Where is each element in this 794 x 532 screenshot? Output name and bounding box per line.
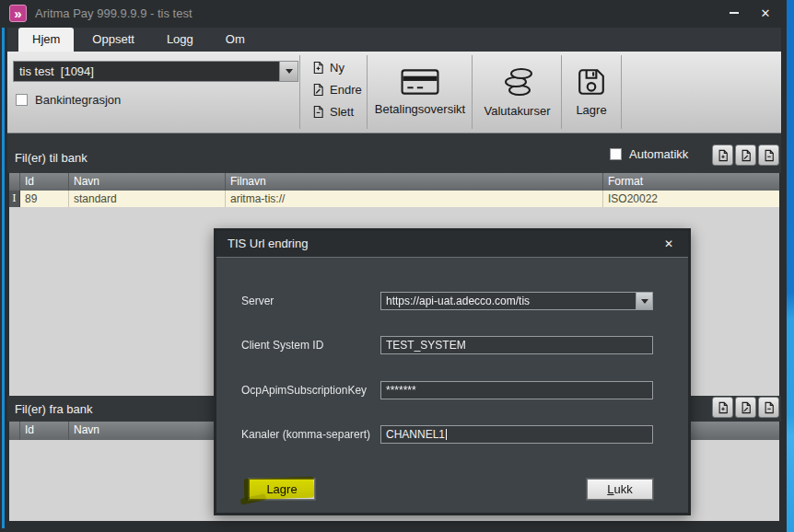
tab-hjem[interactable]: Hjem [18,28,74,52]
document-edit-icon [312,83,324,97]
lagre-toolbar-button[interactable]: Lagre [563,54,620,129]
tab-logg[interactable]: Logg [153,28,207,52]
toolbar-separator [472,55,473,129]
header-gutter [9,173,20,191]
client-system-id-input[interactable]: TEST_SYSTEM [380,336,653,354]
chevron-down-icon [286,69,293,74]
table-header: Id Navn Filnavn Format [9,173,779,191]
ocp-apim-subscription-key-label: OcpApimSubscriptionKey [241,381,367,399]
files-to-bank-add-button[interactable] [712,145,733,166]
files-from-bank-actions [712,397,779,418]
server-value: https://api-uat.adecco.com/tis [386,293,636,309]
files-from-bank-title: Fil(er) fra bank [15,402,93,416]
tab-om[interactable]: Om [212,28,259,52]
document-remove-icon [764,401,775,414]
close-icon: ✕ [664,231,673,257]
slett-button[interactable]: Slett [307,100,364,122]
minimize-icon [730,12,739,14]
automatikk-checkbox[interactable] [610,148,622,160]
background-window-edge-left [2,26,5,528]
automatikk-label: Automatikk [629,147,688,161]
client-system-id-value: TEST_SYSTEM [386,337,652,353]
cell-filnavn: aritma-tis:// [226,191,603,207]
dialog-titlebar[interactable]: TIS Url endring ✕ [216,231,688,257]
toolbar-separator [299,55,300,129]
files-to-bank-delete-button[interactable] [758,145,779,166]
dialog-lagre-label: Lagre [266,482,297,496]
profile-select-value: tis test [1094] [14,64,279,78]
coin-stack-icon [499,66,536,98]
valutakurser-label: Valutakurser [484,104,550,118]
server-combobox[interactable]: https://api-uat.adecco.com/tis [380,292,653,310]
document-remove-icon [764,149,775,162]
header-id[interactable]: Id [20,173,69,191]
endre-button[interactable]: Endre [307,78,364,100]
files-to-bank-edit-button[interactable] [735,145,756,166]
document-remove-icon [312,105,324,119]
close-button[interactable]: ✕ [752,0,779,26]
kanaler-label: Kanaler (komma-separert) [241,425,370,444]
tab-label: Logg [167,32,193,46]
slett-label: Slett [330,105,354,119]
lukk-accelerator: L [607,482,613,496]
header-gutter [9,422,20,440]
files-from-bank-add-button[interactable] [712,397,733,418]
document-edit-icon [741,401,752,414]
header-filnavn[interactable]: Filnavn [226,173,603,191]
cell-id: 89 [20,191,69,207]
dialog-close-button[interactable]: ✕ [659,231,679,257]
dialog-lagre-button[interactable]: Lagre [249,479,315,500]
files-to-bank-section-header: Fil(er) til bank Automatikk [7,133,781,173]
lagre-toolbar-label: Lagre [576,103,606,117]
ocp-apim-subscription-key-value: ******* [386,382,652,399]
tab-label: Oppsett [92,32,134,46]
double-chevron-icon: » [14,6,21,21]
file-action-stack: Ny Endre Slett [307,56,364,122]
document-add-icon [718,401,729,414]
ny-label: Ny [330,61,344,75]
files-from-bank-edit-button[interactable] [735,397,756,418]
cell-navn: standard [69,191,226,207]
cell-format: ISO20022 [603,191,779,207]
toolbar-separator [621,55,622,129]
dialog-title: TIS Url endring [228,237,308,250]
header-navn[interactable]: Navn [69,173,226,191]
tab-label: Hjem [32,32,60,46]
header-id[interactable]: Id [20,422,69,440]
ocp-apim-subscription-key-input[interactable]: ******* [380,381,653,399]
kanaler-input[interactable]: CHANNEL1 [380,425,653,444]
text-caret [446,429,447,440]
toolbar-separator [561,55,562,129]
tis-url-endring-dialog: TIS Url endring ✕ Server https://api-uat… [214,228,691,515]
background-window-edge-right [787,0,794,532]
tab-label: Om [226,32,245,46]
lukk-label-rest: ukk [614,482,633,496]
header-format[interactable]: Format [603,173,779,191]
betalingsoversikt-button[interactable]: Betalingsoversikt [368,54,472,129]
bankintegrasjon-checkbox[interactable] [16,94,28,106]
valutakurser-button[interactable]: Valutakurser [474,54,560,129]
credit-card-icon [401,68,439,96]
titlebar[interactable]: » Aritma Pay 999.9.9.9 - tis test ✕ [0,0,787,28]
minimize-button[interactable] [720,0,748,26]
document-add-icon [718,149,729,162]
bankintegrasjon-label: Bankintegrasjon [35,93,121,107]
table-row[interactable]: I 89 standard aritma-tis:// ISO20022 [9,191,779,207]
row-marker-i-beam-icon: I [9,191,20,207]
ny-button[interactable]: Ny [307,56,364,78]
profile-select-dropdown-button[interactable] [279,62,298,81]
dialog-lukk-button[interactable]: Lukk [587,479,653,500]
toolbar-separator [367,55,368,129]
files-to-bank-title: Fil(er) til bank [15,151,88,165]
app-icon: » [9,5,27,22]
server-dropdown-button[interactable] [636,293,652,309]
betalingsoversikt-label: Betalingsoversikt [375,102,465,116]
endre-label: Endre [330,83,362,97]
tab-oppsett[interactable]: Oppsett [78,28,148,52]
kanaler-value: CHANNEL1 [386,426,445,443]
files-from-bank-delete-button[interactable] [758,397,779,418]
document-edit-icon [741,149,752,162]
profile-select[interactable]: tis test [1094] [13,61,298,82]
toolbar: tis test [1094] Bankintegrasjon Ny [7,52,781,133]
document-add-icon [312,61,324,75]
